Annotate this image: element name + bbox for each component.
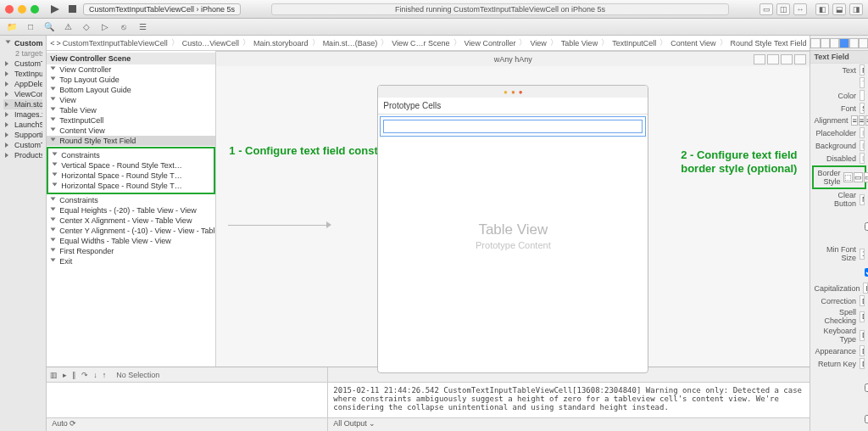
disclosure-icon[interactable] [51, 259, 56, 265]
editor-standard-icon[interactable]: ▭ [760, 3, 773, 15]
breadcrumb-item[interactable]: View [530, 39, 546, 48]
disclosure-icon[interactable] [53, 183, 58, 189]
outline-row[interactable]: Horizontal Space - Round Style T… [48, 171, 214, 181]
resolve-tool-icon[interactable] [781, 54, 793, 64]
identity-inspector-icon[interactable] [830, 38, 839, 48]
nav-item[interactable]: Images.xcassets [3, 109, 42, 120]
align-tool-icon[interactable] [754, 54, 765, 64]
document-outline[interactable]: View Controller Scene View ControllerTop… [47, 51, 216, 367]
breadcrumb-item[interactable]: Table View [561, 39, 598, 48]
disclosure-icon[interactable] [5, 112, 11, 117]
disclosure-icon[interactable] [5, 122, 11, 127]
font-select[interactable]: System 14.0 [860, 103, 865, 114]
outline-row[interactable]: TextInputCell [47, 115, 215, 126]
align-center-button[interactable]: ≡ [859, 115, 865, 126]
outline-row[interactable]: Exit [47, 256, 215, 266]
simulated-screen[interactable]: ●●● Prototype Cells Table View Prototype… [377, 85, 648, 373]
nav-report-icon[interactable]: ☰ [136, 21, 149, 33]
disclosure-icon[interactable] [5, 81, 11, 87]
history-fwd-icon[interactable]: > [57, 39, 61, 48]
disclosure-icon[interactable] [6, 41, 11, 47]
text-style-select[interactable]: Plain [860, 64, 865, 76]
panel-left-icon[interactable]: ◧ [815, 3, 829, 15]
nav-item[interactable]: Supporting Files [3, 130, 42, 140]
outline-row[interactable]: Constraints [47, 195, 215, 205]
capitalization-select[interactable]: None [863, 283, 868, 294]
inspector-panel[interactable]: Text Field TextPlain Text ColorDefault F… [810, 36, 868, 431]
disclosure-icon[interactable] [51, 228, 56, 234]
disclosure-icon[interactable] [53, 163, 58, 169]
nav-item[interactable]: Main.storyboardM [3, 99, 42, 109]
console-output[interactable]: 2015-02-11 21:44:26.542 CustomTextInputT… [328, 383, 810, 417]
placeholder-field[interactable]: Placeholder Text [860, 127, 865, 138]
disclosure-icon[interactable] [51, 128, 56, 134]
stop-button[interactable] [66, 3, 78, 15]
variables-filter[interactable]: Auto ⟳ [47, 417, 327, 431]
quickhelp-inspector-icon[interactable] [821, 38, 830, 48]
project-navigator[interactable]: CustomTextInputTableViewCell 2 targets, … [0, 36, 47, 431]
attributes-inspector-icon[interactable] [839, 38, 849, 48]
debug-pause-icon[interactable]: ‖ [72, 371, 76, 379]
ib-canvas[interactable]: 1 - Configure text field constraints 2 -… [216, 51, 810, 367]
scheme-selector[interactable]: CustomTextInputTableViewCell › iPhone 5s [83, 3, 241, 15]
close-window-icon[interactable] [5, 5, 14, 14]
breadcrumb-item[interactable]: Main.st…(Base) [323, 39, 378, 48]
scene-dock[interactable]: ●●● [378, 86, 648, 98]
prototype-cell[interactable] [380, 116, 646, 137]
disclosure-icon[interactable] [53, 153, 58, 159]
disclosure-icon[interactable] [51, 238, 56, 244]
outline-row[interactable]: Equal Widths - Table View - View [47, 236, 215, 246]
clear-button-select[interactable]: Never appears [860, 194, 865, 205]
disclosure-icon[interactable] [5, 132, 11, 137]
disclosure-icon[interactable] [51, 77, 56, 83]
outline-row[interactable]: Table View [47, 105, 215, 115]
disclosure-icon[interactable] [5, 71, 11, 76]
text-field-instance[interactable] [383, 120, 643, 133]
debug-toggle-icon[interactable]: ▥ [50, 371, 58, 379]
run-button[interactable] [49, 3, 61, 15]
spell-select[interactable]: Default [860, 311, 865, 322]
nav-find-icon[interactable]: 🔍 [42, 21, 56, 33]
outline-row[interactable]: Center X Alignment - View - Table View [47, 216, 215, 226]
minimize-window-icon[interactable] [18, 5, 26, 14]
returnkey-select[interactable]: Default [860, 358, 865, 369]
breadcrumb-item[interactable]: TextInputCell [612, 39, 656, 48]
adjust-fit-checkbox[interactable] [865, 268, 868, 277]
breadcrumb-item[interactable]: Main.storyboard [253, 39, 309, 48]
disclosure-icon[interactable] [51, 218, 56, 224]
outline-row[interactable]: Horizontal Space - Round Style T… [48, 181, 214, 191]
debug-stepout-icon[interactable]: ↑ [103, 371, 107, 379]
outline-row[interactable]: View Controller [47, 64, 215, 75]
size-class-selector[interactable]: wAny hAny [494, 55, 532, 64]
outline-row[interactable]: Vertical Space - Round Style Text… [48, 160, 214, 171]
resize-tool-icon[interactable] [794, 54, 806, 64]
appearance-select[interactable]: Default [860, 345, 865, 356]
auto-return-checkbox[interactable] [865, 383, 868, 392]
nav-item[interactable]: AppDelegate.swiftM [3, 79, 42, 89]
pin-tool-icon[interactable] [767, 54, 779, 64]
debug-area[interactable]: ▥ ▸ ‖ ↷ ↓ ↑ No Selection Auto ⟳ 2015-02-… [47, 367, 810, 431]
text-value-field[interactable]: Text [860, 77, 865, 88]
disclosure-icon[interactable] [51, 98, 56, 104]
disclosure-icon[interactable] [5, 143, 11, 148]
disclosure-icon[interactable] [53, 173, 58, 179]
correction-select[interactable]: Default [860, 295, 865, 306]
border-none-button[interactable]: ⬚ [843, 172, 853, 182]
background-field[interactable]: Background Image [860, 140, 865, 151]
border-bezel-button[interactable]: ▭ [864, 172, 868, 182]
color-select[interactable]: Default [860, 90, 865, 101]
console-filter[interactable]: All Output ⌄ [328, 417, 810, 431]
disclosure-icon[interactable] [5, 92, 11, 97]
nav-debug-icon[interactable]: ▷ [98, 21, 112, 33]
breadcrumb-item[interactable]: CustomTextInputTableViewCell [63, 39, 168, 48]
disclosure-icon[interactable] [51, 118, 56, 124]
connections-inspector-icon[interactable] [859, 38, 868, 48]
outline-row[interactable]: Round Style Text Field [47, 136, 215, 146]
debug-stepin-icon[interactable]: ↓ [93, 371, 97, 379]
size-inspector-icon[interactable] [849, 38, 859, 48]
disclosure-icon[interactable] [51, 67, 56, 73]
zoom-window-icon[interactable] [31, 5, 39, 14]
nav-item[interactable]: LaunchScreen.xib [3, 120, 42, 130]
nav-project-icon[interactable]: 📁 [5, 21, 19, 33]
disclosure-icon[interactable] [51, 108, 56, 114]
